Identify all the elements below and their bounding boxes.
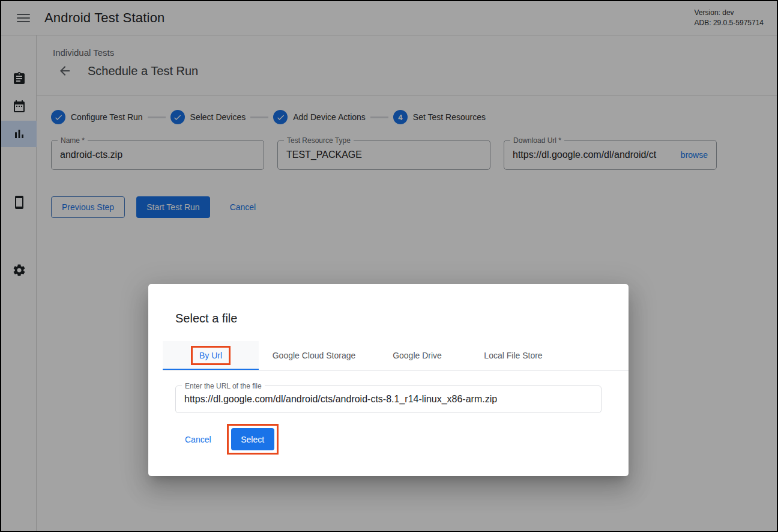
tab-local-file-store[interactable]: Local File Store — [465, 341, 561, 370]
app-window: Android Test Station Version: dev ADB: 2… — [0, 0, 778, 532]
tab-label: Google Cloud Storage — [273, 351, 356, 360]
tab-label: By Url — [199, 351, 222, 360]
dialog-tabs: By Url Google Cloud Storage Google Drive… — [163, 341, 561, 370]
url-field-label: Enter the URL of the file — [182, 382, 265, 390]
dialog-cancel-button[interactable]: Cancel — [175, 429, 221, 450]
tab-google-drive[interactable]: Google Drive — [369, 341, 465, 370]
tab-label: Google Drive — [393, 351, 442, 360]
annotation-box-by-url: By Url — [191, 346, 231, 365]
url-field-wrapper: Enter the URL of the file — [175, 385, 602, 413]
annotation-box-select: Select — [227, 424, 279, 455]
dialog-title: Select a file — [175, 312, 237, 325]
dialog-actions: Cancel Select — [175, 424, 279, 455]
tab-by-url[interactable]: By Url — [163, 341, 259, 370]
url-input[interactable] — [184, 394, 593, 405]
tab-google-cloud-storage[interactable]: Google Cloud Storage — [259, 341, 369, 370]
tabs-divider — [163, 370, 629, 370]
tab-label: Local File Store — [484, 351, 542, 360]
select-file-dialog: Select a file By Url Google Cloud Storag… — [148, 284, 629, 476]
dialog-select-button[interactable]: Select — [231, 428, 274, 450]
